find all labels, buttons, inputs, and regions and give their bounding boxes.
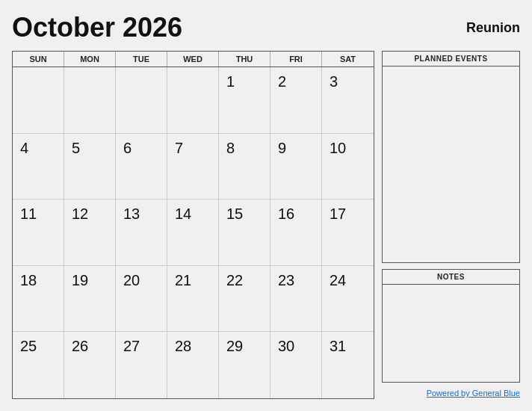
calendar-cell: 26 — [64, 332, 116, 398]
day-header: MON — [64, 52, 116, 67]
day-header: SAT — [322, 52, 374, 67]
calendar-cell: 21 — [167, 266, 219, 333]
calendar-cell: 20 — [116, 266, 167, 333]
calendar-cell: 6 — [116, 134, 167, 200]
month-year-title: October 2026 — [12, 12, 182, 43]
calendar-section: SUNMONTUEWEDTHUFRISAT 123456789101112131… — [12, 51, 374, 399]
calendar-cell: 1 — [219, 67, 270, 134]
calendar-cell: 17 — [322, 200, 374, 266]
calendar-cell: 10 — [322, 134, 374, 200]
calendar-cell — [167, 67, 219, 134]
calendar-cell: 22 — [219, 266, 270, 333]
calendar-cell: 9 — [270, 134, 322, 200]
calendar-cell: 14 — [167, 200, 219, 266]
calendar-grid: 1234567891011121314151617181920212223242… — [13, 67, 374, 398]
calendar-cell: 23 — [270, 266, 322, 333]
main-content: SUNMONTUEWEDTHUFRISAT 123456789101112131… — [12, 51, 520, 399]
day-headers-row: SUNMONTUEWEDTHUFRISAT — [13, 52, 374, 67]
calendar-cell: 15 — [219, 200, 270, 266]
calendar-cell: 29 — [219, 332, 270, 398]
calendar-cell — [13, 67, 64, 134]
calendar-cell: 2 — [270, 67, 322, 134]
calendar-cell: 11 — [13, 200, 64, 266]
calendar-cell: 27 — [116, 332, 167, 398]
day-header: TUE — [116, 52, 167, 67]
calendar-cell: 16 — [270, 200, 322, 266]
calendar-cell: 31 — [322, 332, 374, 398]
notes-box: NOTES — [382, 269, 520, 383]
calendar-cell: 18 — [13, 266, 64, 333]
location-title: Reunion — [466, 20, 520, 36]
calendar-cell: 4 — [13, 134, 64, 200]
calendar-cell: 30 — [270, 332, 322, 398]
powered-by-link[interactable]: Powered by General Blue — [427, 389, 520, 398]
calendar-cell: 13 — [116, 200, 167, 266]
calendar-cell: 12 — [64, 200, 116, 266]
calendar-header: October 2026 Reunion — [12, 12, 520, 43]
notes-header: NOTES — [383, 270, 519, 285]
planned-events-header: PLANNED EVENTS — [383, 52, 519, 67]
calendar-cell — [64, 67, 116, 134]
calendar-cell: 8 — [219, 134, 270, 200]
calendar-cell: 28 — [167, 332, 219, 398]
calendar-cell — [116, 67, 167, 134]
day-header: SUN — [13, 52, 64, 67]
calendar-cell: 25 — [13, 332, 64, 398]
planned-events-box: PLANNED EVENTS — [382, 51, 520, 263]
notes-content — [383, 285, 519, 382]
day-header: WED — [167, 52, 219, 67]
calendar-cell: 5 — [64, 134, 116, 200]
sidebar: PLANNED EVENTS NOTES Powered by General … — [382, 51, 520, 399]
calendar-cell: 7 — [167, 134, 219, 200]
calendar-cell: 3 — [322, 67, 374, 134]
planned-events-content — [383, 67, 519, 262]
calendar-cell: 19 — [64, 266, 116, 333]
day-header: FRI — [270, 52, 322, 67]
footer: Powered by General Blue — [382, 386, 520, 399]
calendar-cell: 24 — [322, 266, 374, 333]
day-header: THU — [219, 52, 270, 67]
